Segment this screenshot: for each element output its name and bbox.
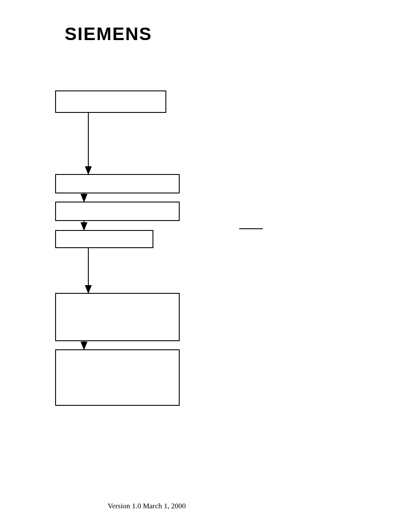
footer-version: Version 1.0 March 1, 2000 <box>108 502 186 510</box>
arrows-layer <box>0 0 411 532</box>
page: SIEMENS Versi <box>0 0 411 532</box>
flowchart-diagram <box>0 0 411 532</box>
